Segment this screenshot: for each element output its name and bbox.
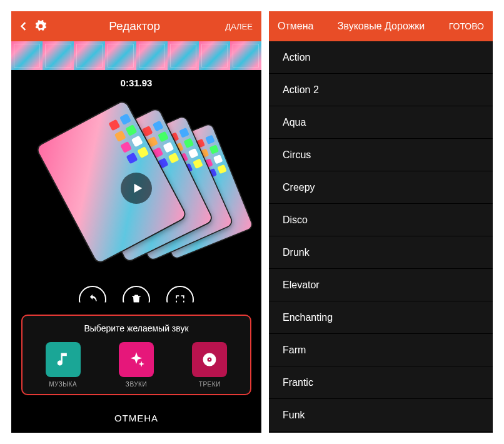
cancel-button[interactable]: Отмена (274, 21, 317, 32)
editor-title: Редактор (51, 19, 218, 33)
tracks-title: Звуковые Дорожки (321, 21, 441, 32)
track-item[interactable]: Elevator (269, 269, 493, 301)
sound-option-label: ТРЕКИ (199, 381, 221, 388)
track-item[interactable]: Farm (269, 334, 493, 366)
tracks-screen: Отмена Звуковые Дорожки ГОТОВО ActionAct… (269, 11, 493, 433)
settings-button[interactable] (34, 19, 48, 33)
edit-toolbar (11, 286, 261, 313)
undo-icon (86, 293, 99, 306)
timecode: 0:31.93 (11, 78, 261, 88)
timeline-thumb[interactable] (11, 41, 43, 70)
track-item[interactable]: Action 2 (269, 74, 493, 106)
back-button[interactable] (16, 19, 30, 33)
timeline-thumb[interactable] (105, 41, 136, 70)
music-icon (46, 342, 81, 377)
editor-header: Редактор ДАЛЕЕ (11, 11, 261, 41)
track-item[interactable]: Drunk (269, 236, 493, 269)
trash-icon (130, 293, 143, 306)
timeline-thumb[interactable] (230, 41, 261, 70)
sound-panel-title: Выберите желаемый звук (26, 323, 246, 333)
timeline-thumb[interactable] (43, 41, 74, 70)
sound-selection-panel: Выберите желаемый звук МУЗЫКАЗВУКИТРЕКИ (21, 315, 251, 395)
track-item[interactable]: Enchanting (269, 301, 493, 334)
timeline-thumb[interactable] (136, 41, 168, 70)
spark-icon (119, 342, 154, 377)
sound-option-disc[interactable]: ТРЕКИ (192, 342, 227, 388)
play-button[interactable] (121, 173, 152, 204)
next-button[interactable]: ДАЛЕЕ (221, 22, 256, 31)
track-list[interactable]: ActionAction 2AquaCircusCreepyDiscoDrunk… (269, 41, 493, 433)
timeline-thumb[interactable] (168, 41, 199, 70)
timeline-thumb[interactable] (199, 41, 230, 70)
sound-option-music[interactable]: МУЗЫКА (46, 342, 81, 388)
tracks-header: Отмена Звуковые Дорожки ГОТОВО (269, 11, 493, 41)
track-item[interactable]: Circus (269, 139, 493, 171)
disc-icon (192, 342, 227, 377)
play-icon (131, 181, 144, 195)
fullscreen-button[interactable] (166, 286, 194, 313)
undo-button[interactable] (79, 286, 106, 313)
fullscreen-icon (174, 293, 186, 306)
timeline-thumb[interactable] (74, 41, 105, 70)
sound-option-label: МУЗЫКА (49, 381, 77, 388)
cancel-button[interactable]: ОТМЕНА (11, 403, 261, 433)
track-item[interactable]: Funk (269, 399, 493, 431)
delete-button[interactable] (123, 286, 150, 313)
sound-option-label: ЗВУКИ (126, 381, 147, 388)
timeline[interactable] (11, 41, 261, 70)
editor-screen: Редактор ДАЛЕЕ 0:31.93 (11, 11, 261, 433)
gear-icon (34, 20, 47, 33)
track-item[interactable]: Disco (269, 204, 493, 236)
chevron-left-icon (17, 20, 29, 33)
done-button[interactable]: ГОТОВО (445, 21, 488, 31)
track-item[interactable]: Action (269, 41, 493, 74)
track-item[interactable]: Frantic (269, 366, 493, 399)
sound-option-spark[interactable]: ЗВУКИ (119, 342, 154, 388)
video-preview (11, 93, 261, 283)
track-item[interactable]: Creepy (269, 171, 493, 204)
track-item[interactable]: Aqua (269, 106, 493, 139)
